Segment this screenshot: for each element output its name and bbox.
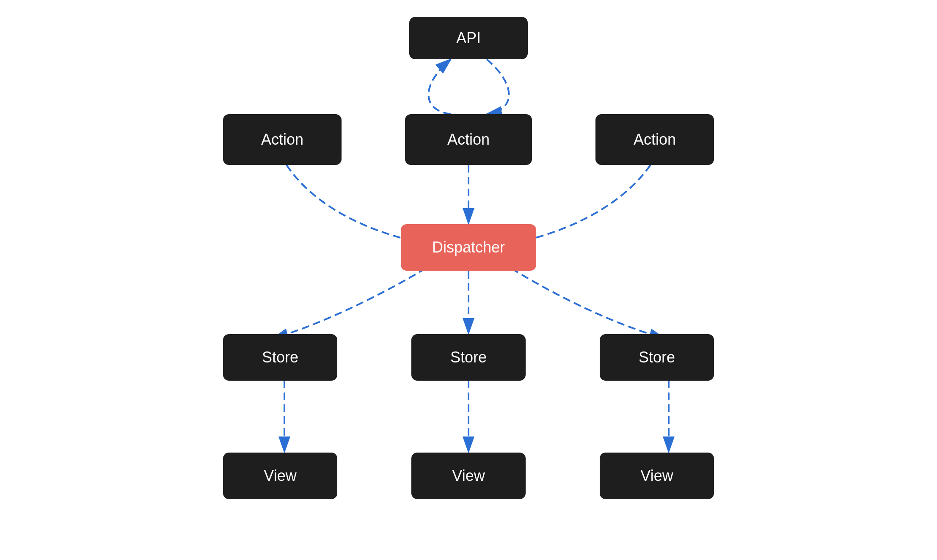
view-right-label: View <box>640 467 673 485</box>
action-left-label: Action <box>261 131 303 148</box>
store-center-node: Store <box>411 334 526 381</box>
view-center-node: View <box>411 453 526 499</box>
view-right-node: View <box>600 453 714 499</box>
action-left-node: Action <box>223 114 342 165</box>
store-center-label: Store <box>450 349 487 366</box>
view-left-node: View <box>223 453 337 499</box>
dispatcher-label: Dispatcher <box>432 239 505 256</box>
action-right-label: Action <box>634 131 676 148</box>
store-right-label: Store <box>639 349 675 366</box>
view-center-label: View <box>452 467 485 485</box>
dispatcher-node: Dispatcher <box>401 224 536 271</box>
store-left-label: Store <box>262 349 298 366</box>
diagram: API Action Action Action Dispatcher Stor… <box>0 0 937 560</box>
api-node: API <box>409 17 528 59</box>
action-right-node: Action <box>595 114 714 165</box>
api-label: API <box>456 29 481 47</box>
action-center-node: Action <box>405 114 532 165</box>
store-right-node: Store <box>600 334 714 381</box>
action-center-label: Action <box>447 131 490 148</box>
store-left-node: Store <box>223 334 337 381</box>
view-left-label: View <box>264 467 296 485</box>
